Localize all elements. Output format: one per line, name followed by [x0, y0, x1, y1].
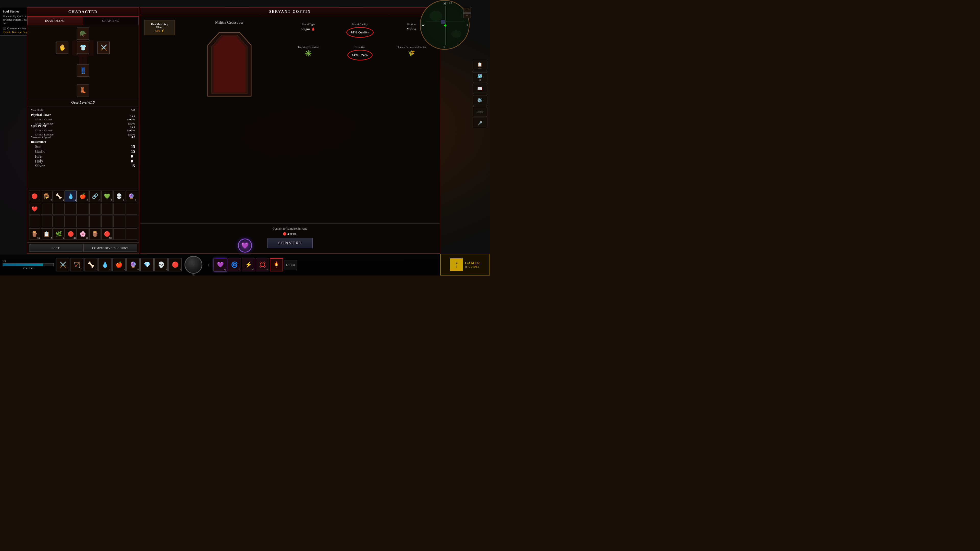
slot-chest[interactable]: 👕 [77, 41, 89, 54]
inv-slot-16[interactable] [101, 203, 113, 214]
info-expertise: Expertise 14% - 24% [335, 43, 384, 63]
action-slot-4[interactable]: 💧4 [98, 258, 111, 272]
sidebar-m-button[interactable]: 🗺️ M [473, 72, 487, 83]
inv-slot-4[interactable]: 💧4 [65, 191, 76, 202]
inv-slot-27[interactable] [126, 216, 137, 227]
bottom-hud: HP 279 / 346 ⚔️1 🏹2 🦴3 💧4 🍎5 🔮6 💎7 💀8 🔴9… [0, 254, 490, 275]
special-slot-r[interactable]: 🔥 R [270, 258, 283, 272]
inv-slot-20[interactable] [41, 216, 52, 227]
ability-slot-e[interactable]: 🌀 E [228, 258, 241, 272]
slot-head[interactable]: 🪖 [77, 27, 89, 40]
sidebar-book-button[interactable]: 📖 [473, 84, 487, 94]
tracking-icon: ✳️ [304, 50, 312, 57]
ability-slot-q[interactable]: 💜 Q [213, 258, 227, 272]
inv-slot-2[interactable]: 🪤2 [41, 191, 52, 202]
inv-slot-5[interactable]: 🍎5 [77, 191, 89, 202]
inv-slot-15[interactable] [89, 203, 101, 214]
inv-slot-30[interactable]: 🌿6 [53, 228, 65, 240]
interact-checkbox[interactable] [3, 27, 6, 30]
ability-slot-w[interactable]: ⚡ W [242, 258, 255, 272]
floor-badge-value: -50% ⚡ [148, 29, 172, 33]
center-ability-orb[interactable]: 💜 [238, 238, 252, 252]
svg-text:E: E [466, 24, 468, 27]
slot-right-hand[interactable]: ⚔️ [97, 41, 110, 54]
action-slot-3[interactable]: 🦴3 [84, 258, 97, 272]
inv-slot-19[interactable] [29, 216, 40, 227]
hunter-icon: 🌾 [407, 50, 415, 57]
inv-slot-22[interactable] [65, 216, 76, 227]
hp-bar-background [3, 263, 54, 266]
sidebar-mic-button[interactable]: 🎤 [473, 118, 487, 128]
book-icon: 📖 [477, 86, 482, 91]
svg-text:🔒: 🔒 [461, 41, 465, 44]
center-orb: ● 0% [185, 256, 202, 274]
sort-button[interactable]: SORT [29, 244, 83, 252]
inv-slot-28[interactable]: 🪵33 [29, 228, 40, 240]
inv-slot-36[interactable] [126, 228, 137, 240]
gamer-subtitle: Ip GUIDES [465, 265, 480, 268]
inv-slot-32[interactable]: 🌸10 [77, 228, 89, 240]
inventory-area: 🔴1 🪤2 🦴3 💧4 🍎5 🔗6 💚7 💀8 🔮9 ❤️ [27, 189, 138, 242]
map-icon: 🗺️ [477, 73, 482, 78]
svg-rect-21 [460, 40, 465, 45]
action-slot-1[interactable]: ⚔️1 [56, 258, 69, 272]
action-slot-8[interactable]: 💀8 [154, 258, 168, 272]
inv-slot-24[interactable] [89, 216, 101, 227]
inv-slot-7[interactable]: 💚7 [101, 191, 113, 202]
key-f-label: F [205, 264, 213, 266]
svg-marker-8 [213, 36, 245, 92]
tab-equipment[interactable]: EQUIPMENT [27, 17, 83, 25]
inv-slot-18[interactable] [126, 203, 137, 214]
sidebar-tab-button[interactable]: 📋 Tab [473, 61, 487, 71]
svg-text:W: W [422, 24, 425, 27]
panel-tabs: EQUIPMENT CRAFTING [27, 17, 138, 25]
inv-slot-8[interactable]: 💀8 [113, 191, 125, 202]
bottom-buttons: SORT COMPULSIVELY COUNT [27, 242, 138, 253]
blood-quality-highlight: 94% Quality [346, 27, 374, 38]
ability-slot-a[interactable]: 💢 A [256, 258, 269, 272]
slot-legs[interactable]: 👖 [77, 65, 89, 77]
action-slot-9[interactable]: 🔴9 [169, 258, 182, 272]
count-button[interactable]: COMPULSIVELY COUNT [83, 244, 137, 252]
slot-left-hand[interactable]: 🖐️ [56, 41, 68, 54]
inv-slot-11[interactable] [41, 203, 52, 214]
inv-slot-12[interactable] [53, 203, 65, 214]
inv-slot-33[interactable]: 🪵 [89, 228, 101, 240]
sidebar-gear-button[interactable]: ⚙️ [473, 95, 487, 105]
inv-slot-29[interactable]: 📋2 [41, 228, 52, 240]
convert-button[interactable]: CONVERT [267, 238, 313, 248]
slot-feet[interactable]: 👢 [77, 84, 89, 97]
gear-level-value: 61.0 [88, 100, 95, 104]
inv-slot-13[interactable] [65, 203, 76, 214]
misc-slot-leftctrl[interactable]: Left Ctrl [284, 260, 297, 270]
inv-slot-21[interactable] [53, 216, 65, 227]
minimap: N S W E 1 2 3 🔒 [420, 0, 469, 50]
info-blood-quality: Blood Quality 94% Quality [335, 20, 384, 40]
inv-slot-3[interactable]: 🦴3 [53, 191, 65, 202]
inv-slot-1[interactable]: 🔴1 [29, 191, 40, 202]
inv-slot-34[interactable]: 🔴250 [101, 228, 113, 240]
sidebar-escape-button[interactable]: Escape [473, 106, 487, 117]
inv-slot-9[interactable]: 🔮9 [126, 191, 137, 202]
inv-slot-25[interactable] [101, 216, 113, 227]
action-slot-5[interactable]: 🍎5 [112, 258, 126, 272]
action-slot-6[interactable]: 🔮6 [126, 258, 140, 272]
inv-slot-10[interactable]: ❤️ [29, 203, 40, 214]
expertise-highlight: 14% - 24% [347, 50, 372, 60]
action-slot-7[interactable]: 💎7 [140, 258, 154, 272]
minimap-svg: N S W E 1 2 3 🔒 [421, 1, 469, 50]
inv-slot-6[interactable]: 🔗6 [89, 191, 101, 202]
gear-level-label: Gear Level [71, 100, 87, 104]
inv-slot-14[interactable] [77, 203, 89, 214]
tab-crafting[interactable]: CRAFTING [83, 17, 138, 25]
inv-slot-35[interactable] [113, 228, 125, 240]
inv-slot-17[interactable] [113, 203, 125, 214]
action-slot-2[interactable]: 🏹2 [70, 258, 83, 272]
minimap-container: N S W E 1 2 3 🔒 + − [420, 0, 469, 50]
inv-slot-26[interactable] [113, 216, 125, 227]
inv-slot-23[interactable] [77, 216, 89, 227]
inv-grid-row3 [29, 216, 137, 227]
inv-slot-31[interactable]: 🔴130 [65, 228, 76, 240]
resist-grid: Sun 15 Garlic 15 Fire 0 Holy 0 Silver 15 [31, 144, 135, 168]
info-blood-type: Blood Type Rogue 🩸 [284, 20, 333, 40]
